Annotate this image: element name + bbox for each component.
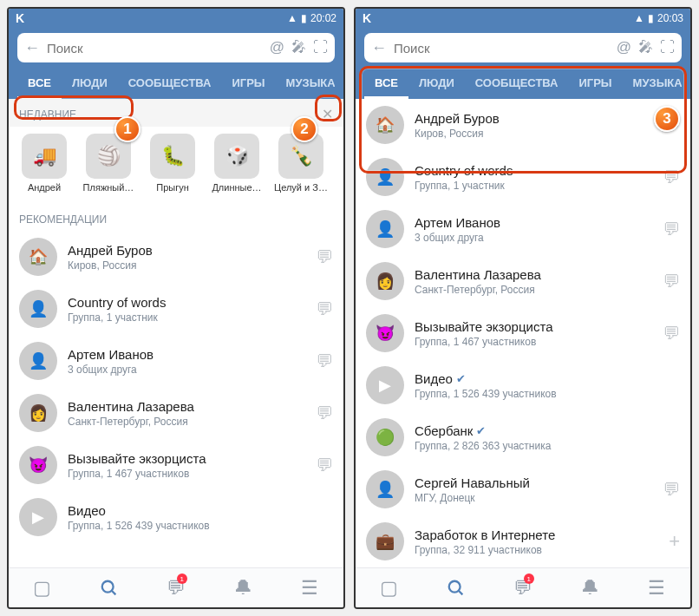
nav-notifications-icon[interactable]: 🔔︎ [210, 568, 277, 607]
mic-icon[interactable]: 🎤︎ [638, 39, 653, 56]
clear-recent-button[interactable]: ✕ [322, 108, 333, 121]
recent-thumb: 🚚 [22, 134, 67, 179]
at-icon[interactable]: @ [270, 39, 284, 56]
recent-thumb: 🐛 [150, 134, 195, 179]
item-name: Country of words [68, 295, 305, 310]
tab-people[interactable]: ЛЮДИ [408, 68, 465, 99]
item-sub: Группа, 1 467 участников [68, 468, 305, 480]
bottom-nav: ▢ 💬︎1 🔔︎ ☰ [356, 567, 690, 607]
search-input[interactable] [394, 41, 610, 56]
message-icon[interactable]: 💬︎ [663, 272, 680, 292]
recent-item[interactable]: 🏐 Пляжный… [82, 134, 135, 193]
nav-news-icon[interactable]: ▢ [356, 568, 422, 607]
list-item[interactable]: 👤 Артем Иванов3 общих друга 💬︎ [356, 203, 690, 255]
message-icon[interactable]: 💬︎ [316, 299, 333, 319]
search-input[interactable] [47, 41, 263, 56]
recent-item[interactable]: 🎲 Длинные… [210, 134, 264, 193]
message-icon[interactable]: 💬︎ [663, 324, 680, 344]
avatar: 👤 [19, 342, 57, 380]
item-name: Country of words [415, 163, 652, 178]
status-bar: K ▲ ▮ 20:02 [9, 9, 343, 28]
nav-messages-icon[interactable]: 💬︎1 [489, 568, 556, 607]
message-icon[interactable]: 💬︎ [663, 167, 680, 187]
svg-point-2 [449, 580, 461, 592]
item-sub: Санкт-Петербург, Россия [68, 416, 305, 428]
message-icon[interactable]: 💬︎ [663, 220, 680, 239]
recent-item[interactable]: 🐛 Прыгун [146, 134, 199, 193]
recent-row[interactable]: 🚚 Андрей 🏐 Пляжный… 🐛 Прыгун 🎲 Длинные… … [9, 127, 343, 205]
phone-left: K ▲ ▮ 20:02 ← @ 🎤︎ ⛶ ВСЕ ЛЮДИ СООБЩЕСТВА… [7, 7, 345, 609]
item-sub: 3 общих друга [415, 232, 652, 244]
message-icon[interactable]: 💬︎ [663, 115, 680, 135]
scan-icon[interactable]: ⛶ [313, 39, 328, 56]
tab-all[interactable]: ВСЕ [17, 68, 62, 99]
avatar: 👩 [366, 262, 404, 300]
clock-label: 20:03 [657, 12, 683, 24]
recent-header-label: НЕДАВНИЕ [19, 108, 76, 121]
list-item[interactable]: 👤 Сергей НавальныйМГУ, Донецк 💬︎ [356, 463, 690, 515]
tab-all[interactable]: ВСЕ [364, 68, 408, 99]
battery-icon: ▮ [301, 12, 307, 24]
content-area: НЕДАВНИЕ ✕ 🚚 Андрей 🏐 Пляжный… 🐛 Прыгун … [9, 99, 343, 567]
message-icon[interactable]: 💬︎ [316, 351, 333, 371]
list-item[interactable]: 👤 Артем Иванов3 общих друга 💬︎ [9, 335, 343, 387]
at-icon[interactable]: @ [617, 39, 631, 56]
scan-icon[interactable]: ⛶ [660, 39, 675, 56]
nav-menu-icon[interactable]: ☰ [624, 568, 690, 607]
search-bar[interactable]: ← @ 🎤︎ ⛶ [17, 33, 335, 62]
list-item[interactable]: 👤 Country of wordsГруппа, 1 участник 💬︎ [356, 151, 690, 203]
add-icon[interactable]: + [669, 530, 680, 553]
tab-music[interactable]: МУЗЫКА [276, 68, 335, 99]
avatar: 👤 [366, 470, 404, 508]
item-sub: Группа, 1 526 439 участников [415, 388, 680, 400]
nav-search-icon[interactable] [422, 568, 489, 607]
back-arrow-icon[interactable]: ← [24, 39, 40, 57]
recent-thumb: 🎲 [214, 134, 259, 179]
avatar: 👤 [366, 210, 404, 248]
mic-icon[interactable]: 🎤︎ [291, 39, 306, 56]
header: ← @ 🎤︎ ⛶ ВСЕ ЛЮДИ СООБЩЕСТВА ИГРЫ МУЗЫКА [356, 28, 690, 99]
tab-games[interactable]: ИГРЫ [568, 68, 622, 99]
avatar: 💼 [366, 522, 404, 560]
recent-item[interactable]: 🚚 Андрей [17, 134, 71, 193]
header: ← @ 🎤︎ ⛶ ВСЕ ЛЮДИ СООБЩЕСТВА ИГРЫ МУЗЫКА [9, 28, 343, 99]
signal-icon: ▲ [634, 12, 644, 24]
recs-header: РЕКОМЕНДАЦИИ [9, 205, 343, 231]
recent-item[interactable]: 🍾 Целуй и З… [274, 134, 328, 193]
tab-games[interactable]: ИГРЫ [221, 68, 275, 99]
tab-people[interactable]: ЛЮДИ [62, 68, 118, 99]
list-item[interactable]: 😈 Вызывайте экзорцистаГруппа, 1 467 учас… [356, 307, 690, 359]
tab-music[interactable]: МУЗЫКА [623, 68, 682, 99]
list-item[interactable]: ▶ Видео ✔Группа, 1 526 439 участников [356, 359, 690, 411]
list-item[interactable]: 👩 Валентина ЛазареваСанкт-Петербург, Рос… [356, 255, 690, 307]
nav-messages-icon[interactable]: 💬︎1 [142, 568, 209, 607]
svg-point-0 [102, 580, 114, 592]
nav-badge: 1 [177, 573, 187, 584]
list-item[interactable]: 🏠 Андрей БуровКиров, Россия 💬︎ [9, 231, 343, 283]
nav-badge: 1 [524, 573, 534, 584]
list-item[interactable]: 😈 Вызывайте экзорцистаГруппа, 1 467 учас… [9, 439, 343, 491]
list-item[interactable]: 🟢 Сбербанк ✔Группа, 2 826 363 участника [356, 411, 690, 463]
nav-notifications-icon[interactable]: 🔔︎ [557, 568, 624, 607]
nav-news-icon[interactable]: ▢ [9, 568, 75, 607]
list-item[interactable]: 👩 Валентина ЛазареваСанкт-Петербург, Рос… [9, 387, 343, 439]
tab-groups[interactable]: СООБЩЕСТВА [465, 68, 569, 99]
nav-search-icon[interactable] [75, 568, 142, 607]
nav-menu-icon[interactable]: ☰ [277, 568, 343, 607]
message-icon[interactable]: 💬︎ [663, 480, 680, 500]
results-list: 🏠 Андрей БуровКиров, Россия 💬︎ 👤 Country… [356, 99, 690, 567]
message-icon[interactable]: 💬︎ [316, 455, 333, 475]
item-sub: Санкт-Петербург, Россия [415, 284, 652, 296]
back-arrow-icon[interactable]: ← [371, 39, 387, 57]
message-icon[interactable]: 💬︎ [316, 247, 333, 267]
list-item[interactable]: 💼 Заработок в ИнтернетеГруппа, 32 911 уч… [356, 515, 690, 567]
list-item[interactable]: 🏠 Андрей БуровКиров, Россия 💬︎ [356, 99, 690, 151]
verified-icon: ✔ [456, 372, 466, 385]
list-item[interactable]: ▶ ВидеоГруппа, 1 526 439 участников [9, 491, 343, 543]
avatar: ▶ [19, 498, 57, 536]
avatar: 🏠 [19, 238, 57, 276]
search-bar[interactable]: ← @ 🎤︎ ⛶ [364, 33, 682, 62]
tab-groups[interactable]: СООБЩЕСТВА [118, 68, 222, 99]
list-item[interactable]: 👤 Country of wordsГруппа, 1 участник 💬︎ [9, 283, 343, 335]
message-icon[interactable]: 💬︎ [316, 403, 333, 423]
